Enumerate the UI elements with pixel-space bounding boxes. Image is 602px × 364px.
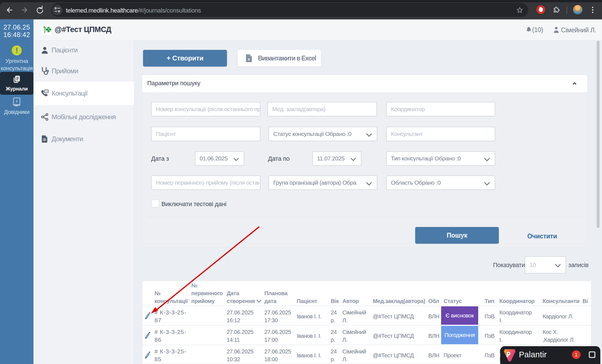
svg-text:i: i — [16, 99, 18, 103]
svg-text:x: x — [248, 57, 250, 61]
